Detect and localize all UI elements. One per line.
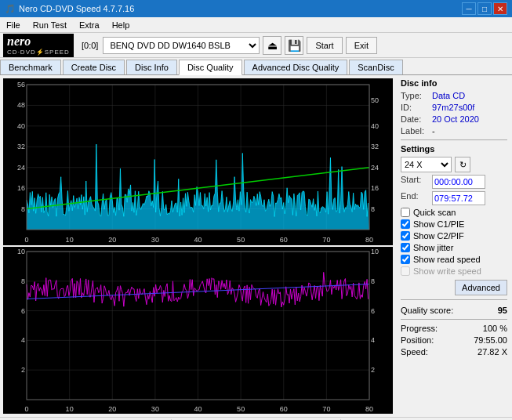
quality-score-row: Quality score: 95 — [401, 306, 507, 315]
main-content: Disc info Type: Data CD ID: 97m27s00f Da… — [0, 75, 512, 417]
legend-area: C1 Errors Average: 7.91 Maximum: 33 Tota… — [0, 417, 512, 420]
divider-3 — [401, 319, 507, 320]
tab-bar: Benchmark Create Disc Disc Info Disc Qua… — [0, 58, 512, 75]
speed-row: 24 X ↻ — [401, 157, 507, 172]
position-value: 79:55.00 — [474, 335, 507, 345]
show-write-speed-label: Show write speed — [413, 266, 481, 276]
disc-info-title: Disc info — [401, 78, 507, 88]
menu-file[interactable]: File — [0, 19, 27, 31]
show-read-speed-checkbox[interactable] — [401, 255, 410, 264]
disc-id-row: ID: 97m27s00f — [401, 103, 507, 112]
tab-disc-quality[interactable]: Disc Quality — [179, 60, 242, 75]
menu-help[interactable]: Help — [106, 19, 136, 31]
settings-title: Settings — [401, 144, 507, 154]
window-controls: ─ □ ✕ — [462, 2, 507, 15]
drive-select[interactable]: BENQ DVD DD DW1640 BSLB — [103, 37, 260, 54]
show-jitter-checkbox[interactable] — [401, 243, 410, 252]
tab-scan-disc[interactable]: ScanDisc — [349, 60, 402, 74]
show-c1-checkbox[interactable] — [401, 219, 410, 229]
id-value: 97m27s00f — [432, 103, 474, 112]
save-button[interactable]: 💾 — [285, 36, 303, 55]
position-label: Position: — [401, 335, 434, 345]
show-c2-row: Show C2/PIF — [401, 231, 507, 241]
advanced-button[interactable]: Advanced — [455, 280, 507, 295]
disc-label-value: - — [432, 126, 435, 136]
speed-stat-value: 27.82 X — [478, 347, 507, 357]
title-bar: 🎵 Nero CD-DVD Speed 4.7.7.16 ─ □ ✕ — [0, 0, 512, 17]
nero-logo: nero CD·DVD⚡SPEED — [3, 34, 74, 57]
toolbar: nero CD·DVD⚡SPEED [0:0] BENQ DVD DD DW16… — [0, 33, 512, 58]
end-label: End: — [401, 191, 429, 205]
speed-stat-label: Speed: — [401, 347, 428, 357]
right-panel: Disc info Type: Data CD ID: 97m27s00f Da… — [396, 75, 512, 417]
start-button[interactable]: Start — [307, 37, 342, 54]
tab-advanced-disc-quality[interactable]: Advanced Disc Quality — [244, 60, 348, 74]
c1-chart — [3, 78, 393, 245]
progress-value: 100 % — [483, 324, 507, 333]
show-jitter-label: Show jitter — [413, 243, 453, 252]
chart-area — [0, 75, 396, 417]
quality-score-value: 95 — [498, 306, 507, 315]
show-c1-row: Show C1/PIE — [401, 219, 507, 229]
quick-scan-row: Quick scan — [401, 208, 507, 217]
maximize-button[interactable]: □ — [478, 2, 492, 15]
close-button[interactable]: ✕ — [493, 2, 507, 15]
tab-benchmark[interactable]: Benchmark — [0, 60, 61, 74]
show-read-speed-label: Show read speed — [413, 255, 481, 264]
show-jitter-row: Show jitter — [401, 243, 507, 252]
show-read-speed-row: Show read speed — [401, 255, 507, 264]
disc-label-row: Label: - — [401, 126, 507, 136]
show-write-speed-checkbox[interactable] — [401, 266, 410, 276]
divider-1 — [401, 139, 507, 140]
start-label: Start: — [401, 175, 429, 189]
quality-score-label: Quality score: — [401, 306, 453, 315]
eject-button[interactable]: ⏏ — [263, 36, 281, 55]
start-input[interactable] — [432, 175, 485, 189]
tab-create-disc[interactable]: Create Disc — [63, 60, 125, 74]
show-c1-label: Show C1/PIE — [413, 219, 464, 229]
end-time-row: End: — [401, 191, 507, 205]
speed-stat-row: Speed: 27.82 X — [401, 347, 507, 357]
jitter-chart — [3, 247, 393, 414]
menu-bar: File Run Test Extra Help — [0, 17, 512, 33]
position-row: Position: 79:55.00 — [401, 335, 507, 345]
app-icon: 🎵 — [5, 4, 16, 14]
quick-scan-label: Quick scan — [413, 208, 456, 217]
progress-label: Progress: — [401, 324, 438, 333]
disc-type-row: Type: Data CD — [401, 91, 507, 100]
progress-row: Progress: 100 % — [401, 324, 507, 333]
tab-disc-info[interactable]: Disc Info — [126, 60, 177, 74]
menu-extra[interactable]: Extra — [73, 19, 106, 31]
refresh-button[interactable]: ↻ — [455, 157, 470, 172]
date-label: Date: — [401, 114, 429, 124]
show-c2-checkbox[interactable] — [401, 231, 410, 241]
drive-label: [0:0] — [82, 41, 98, 50]
type-value: Data CD — [432, 91, 465, 100]
speed-select[interactable]: 24 X — [401, 157, 452, 172]
start-time-row: Start: — [401, 175, 507, 189]
show-write-speed-row: Show write speed — [401, 266, 507, 276]
divider-2 — [401, 299, 507, 300]
id-label: ID: — [401, 103, 429, 112]
disc-label-label: Label: — [401, 126, 429, 136]
exit-button[interactable]: Exit — [346, 37, 377, 54]
show-c2-label: Show C2/PIF — [413, 231, 464, 241]
app-title: 🎵 Nero CD-DVD Speed 4.7.7.16 — [5, 4, 134, 14]
type-label: Type: — [401, 91, 429, 100]
menu-run-test[interactable]: Run Test — [27, 19, 73, 31]
quick-scan-checkbox[interactable] — [401, 208, 410, 217]
end-input[interactable] — [432, 191, 485, 205]
disc-date-row: Date: 20 Oct 2020 — [401, 114, 507, 124]
date-value: 20 Oct 2020 — [432, 114, 479, 124]
minimize-button[interactable]: ─ — [462, 2, 476, 15]
